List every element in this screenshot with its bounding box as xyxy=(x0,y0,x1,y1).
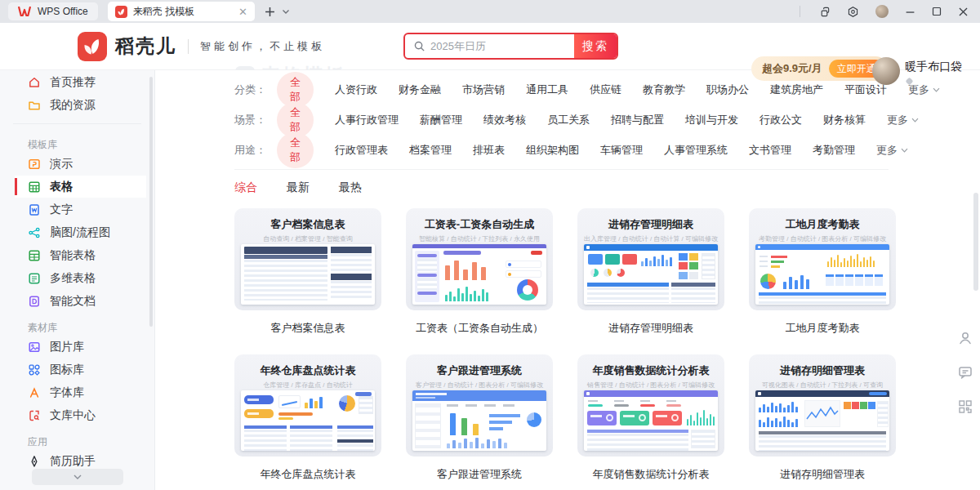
sidebar-item-doc-center[interactable]: 文库中心 xyxy=(15,404,146,426)
sidebar-item-label: 表格 xyxy=(50,180,73,194)
filter-option[interactable]: 员工关系 xyxy=(547,113,590,127)
filter-option[interactable]: 建筑房地产 xyxy=(770,82,823,97)
main-scrollbar-thumb[interactable] xyxy=(973,193,978,291)
filter-option[interactable]: 行政公文 xyxy=(760,113,802,127)
sidebar-item-presentation[interactable]: 演示 xyxy=(15,153,146,175)
user-name[interactable]: 暖手布口袋 xyxy=(905,60,962,74)
filter-option[interactable]: 档案管理 xyxy=(409,143,452,158)
template-card[interactable]: 进销存明细管理表 可视化图表 / 自动统计 / 下拉列表 / 可查询 xyxy=(749,354,896,490)
sidebar-scrollbar-thumb[interactable] xyxy=(149,77,153,327)
sort-tab-newest[interactable]: 最新 xyxy=(287,180,310,195)
docer-brand[interactable]: 稻壳儿 智能创作，不止模板 xyxy=(78,32,325,61)
spreadsheet-icon xyxy=(28,180,41,194)
docer-tab-icon xyxy=(115,6,127,18)
sidebar-item-font-library[interactable]: 字体库 xyxy=(15,381,146,403)
sort-tab-hottest[interactable]: 最热 xyxy=(339,180,362,195)
sidebar-item-mindmap[interactable]: 脑图/流程图 xyxy=(15,221,146,243)
user-avatar[interactable] xyxy=(872,57,900,85)
card-caption[interactable]: 进销存明细管理表 xyxy=(749,457,896,490)
filter-option[interactable]: 教育教学 xyxy=(643,82,685,97)
filter-option[interactable]: 市场营销 xyxy=(462,82,505,97)
filter-option[interactable]: 通用工具 xyxy=(526,82,568,97)
template-card[interactable]: 工资表-工资条自动生成 智能核算 / 自动统计 / 下拉列表 / 永久使用 xyxy=(406,208,553,354)
filter-option-selected[interactable]: 全部 xyxy=(277,132,314,168)
tab-wps-label: WPS Office xyxy=(38,6,88,17)
sidebar-item-label: 图片库 xyxy=(50,340,84,354)
template-card[interactable]: 客户跟进管理系统 客户管理 / 自动统计 / 图表分析 / 可编辑修改 xyxy=(406,354,553,490)
search-button[interactable]: 搜索 xyxy=(574,33,617,60)
filter-more-button[interactable]: 更多 xyxy=(876,143,908,158)
filter-option[interactable]: 供应链 xyxy=(590,82,621,97)
skin-theme-icon[interactable] xyxy=(847,6,859,18)
sidebar-item-my-resources[interactable]: 我的资源 xyxy=(15,94,146,116)
template-card[interactable]: 年终仓库盘点统计表 仓库管理 / 库存盘点 / 自动统计 xyxy=(234,354,381,490)
card-subtitle: 销售管理 / 自动统计 / 图表分析 / 可编辑修改 xyxy=(577,381,724,390)
filter-option[interactable]: 人资行政 xyxy=(335,82,377,97)
presentation-icon xyxy=(28,158,41,171)
card-subtitle: 可视化图表 / 自动统计 / 下拉列表 / 可查询 xyxy=(749,381,896,390)
main-content: 分类： 全部 人资行政 财务金融 市场营销 通用工具 供应链 教育教学 职场办公… xyxy=(155,70,980,490)
card-caption[interactable]: 客户档案信息表 xyxy=(234,310,381,354)
filter-option[interactable]: 职场办公 xyxy=(706,82,749,97)
filter-option[interactable]: 薪酬管理 xyxy=(420,113,462,127)
filter-option[interactable]: 招聘与配置 xyxy=(611,113,664,127)
sidebar-item-spreadsheet[interactable]: 表格 xyxy=(15,176,146,198)
card-thumbnail: 年度销售数据统计分析表 销售管理 / 自动统计 / 图表分析 / 可编辑修改 xyxy=(577,354,724,457)
close-window-icon[interactable] xyxy=(958,7,969,17)
template-card[interactable]: 工地月度考勤表 考勤管理 / 自动统计 / 图表分析 / 可编辑修改 xyxy=(749,208,896,354)
filter-option[interactable]: 财务核算 xyxy=(823,113,866,127)
app-header: 表格模板 稻壳儿 智能创作，不止模板 搜索 超会9.9元/月 立即开通 暖手布口… xyxy=(0,23,980,70)
template-card[interactable]: 客户档案信息表 自动查询 / 档案管理 / 智能查询 xyxy=(234,208,381,354)
sidebar-item-label: 字体库 xyxy=(50,385,84,400)
tab-wps-office[interactable]: WPS Office xyxy=(8,2,98,20)
filter-option[interactable]: 车辆管理 xyxy=(600,143,643,158)
card-caption[interactable]: 年终仓库盘点统计表 xyxy=(234,457,381,490)
profile-icon[interactable] xyxy=(957,330,973,346)
sidebar-item-icon-library[interactable]: 图标库 xyxy=(15,359,146,381)
sidebar-item-smart-doc[interactable]: 智能文档 xyxy=(15,290,146,312)
card-title: 工资表-工资条自动生成 xyxy=(406,208,553,232)
filter-option[interactable]: 人事行政管理 xyxy=(335,113,399,127)
tab-docer[interactable]: 来稻壳 找模板 ✕ xyxy=(108,2,255,21)
filter-option[interactable]: 财务金融 xyxy=(399,82,441,97)
sidebar-item-document[interactable]: 文字 xyxy=(15,198,146,220)
feedback-chat-icon[interactable] xyxy=(957,364,973,381)
card-caption[interactable]: 工地月度考勤表 xyxy=(749,310,896,354)
vip-banner[interactable]: 超会9.9元/月 立即开通 xyxy=(751,56,888,81)
card-caption[interactable]: 年度销售数据统计分析表 xyxy=(577,457,724,490)
maximize-icon[interactable] xyxy=(932,7,942,16)
filter-option[interactable]: 平面设计 xyxy=(844,82,887,97)
qr-code-icon[interactable] xyxy=(957,399,973,415)
minimize-icon[interactable] xyxy=(905,7,915,17)
filter-option[interactable]: 绩效考核 xyxy=(483,113,526,127)
sidebar-collapse-button[interactable] xyxy=(32,469,123,485)
filter-option[interactable]: 培训与开发 xyxy=(685,113,738,127)
card-caption[interactable]: 进销存管理明细表 xyxy=(577,310,724,354)
template-card[interactable]: 进销存管理明细表 出入库管理 / 自动统计 / 自动计算 / 可编辑修改 xyxy=(577,208,724,354)
sort-tab-comprehensive[interactable]: 综合 xyxy=(234,180,257,195)
template-card[interactable]: 年度销售数据统计分析表 销售管理 / 自动统计 / 图表分析 / 可编辑修改 xyxy=(577,354,724,490)
window-layout-icon[interactable] xyxy=(818,6,831,18)
sidebar-item-multidim-sheet[interactable]: 多维表格 xyxy=(15,267,146,289)
card-thumbnail: 客户跟进管理系统 客户管理 / 自动统计 / 图表分析 / 可编辑修改 xyxy=(406,354,553,457)
titlebar-avatar[interactable] xyxy=(875,5,889,18)
tab-list-dropdown-icon[interactable] xyxy=(282,8,290,15)
filter-option[interactable]: 文书管理 xyxy=(749,143,791,158)
filter-option[interactable]: 行政管理表 xyxy=(335,143,388,158)
sidebar-item-home[interactable]: 首页推荐 xyxy=(15,71,146,93)
new-tab-button[interactable] xyxy=(265,7,275,17)
filter-option[interactable]: 考勤管理 xyxy=(813,143,855,158)
wps-logo-icon xyxy=(18,7,32,16)
sidebar-divider xyxy=(13,123,141,124)
filter-more-button[interactable]: 更多 xyxy=(887,113,919,127)
search-input[interactable] xyxy=(425,40,574,52)
card-caption[interactable]: 客户跟进管理系统 xyxy=(406,457,553,490)
tab-close-icon[interactable]: ✕ xyxy=(238,7,247,17)
filter-option[interactable]: 人事管理系统 xyxy=(664,143,728,158)
card-preview xyxy=(755,390,889,451)
sidebar-item-smart-sheet[interactable]: 智能表格 xyxy=(15,244,146,266)
card-caption[interactable]: 工资表（工资条自动生成） xyxy=(406,310,553,354)
filter-option[interactable]: 排班表 xyxy=(473,143,505,158)
filter-option[interactable]: 组织架构图 xyxy=(526,143,579,158)
sidebar-item-image-library[interactable]: 图片库 xyxy=(15,336,146,358)
